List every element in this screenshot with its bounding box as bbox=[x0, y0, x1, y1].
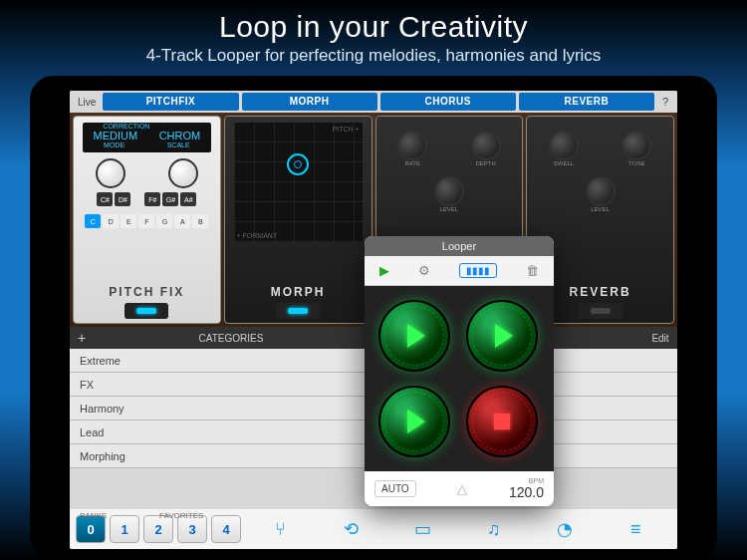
key-ds[interactable]: D# bbox=[115, 192, 130, 206]
marketing-subhead: 4-Track Looper for perfecting melodies, … bbox=[0, 46, 747, 66]
pedal-pitchfix: CORRECTION MEDIUMCHROM MODESCALE C# D# F… bbox=[73, 116, 221, 324]
mode-knob[interactable] bbox=[96, 158, 125, 188]
menu-icon[interactable]: ≡ bbox=[601, 519, 671, 540]
scale-knob[interactable] bbox=[168, 158, 198, 188]
loop-track-3[interactable] bbox=[378, 386, 450, 457]
play-icon bbox=[407, 324, 425, 348]
footswitch-morph[interactable] bbox=[276, 303, 320, 319]
lcd-mode: MEDIUM bbox=[94, 130, 138, 141]
categories-label: CATEGORIES bbox=[94, 333, 369, 344]
key-cs[interactable]: C# bbox=[97, 192, 113, 206]
reverb-tone-knob[interactable] bbox=[622, 131, 651, 160]
loop-icon[interactable]: ⟲ bbox=[316, 518, 386, 540]
edit-button[interactable]: Edit bbox=[643, 333, 677, 344]
pitchfix-lcd: CORRECTION MEDIUMCHROM MODESCALE bbox=[83, 123, 211, 152]
key-f[interactable]: F bbox=[138, 214, 154, 228]
favorites-label: FAVORITES bbox=[159, 511, 203, 520]
chorus-depth-knob[interactable] bbox=[471, 131, 501, 160]
record-icon bbox=[494, 414, 510, 429]
bottom-bar: BANKS FAVORITES 0 1 2 3 4 ⑂ ⟲ ▭ ♫ ◔ ≡ bbox=[70, 509, 677, 549]
chorus-rate-knob[interactable] bbox=[397, 131, 427, 160]
footswitch-reverb[interactable] bbox=[579, 303, 622, 319]
play-icon bbox=[407, 410, 425, 433]
footswitch-pitchfix[interactable] bbox=[124, 303, 168, 319]
app-screen: Live PITCHFIX MORPH CHORUS REVERB ? CORR… bbox=[70, 91, 677, 549]
auto-button[interactable]: AUTO bbox=[374, 480, 416, 497]
pedal-name-morph: MORPH bbox=[225, 285, 372, 299]
tape-icon[interactable]: ▭ bbox=[387, 518, 458, 540]
looper-title: Looper bbox=[365, 236, 554, 256]
live-label: Live bbox=[74, 97, 100, 108]
key-as[interactable]: A# bbox=[180, 192, 196, 206]
tab-morph[interactable]: MORPH bbox=[242, 93, 377, 111]
gauge-icon[interactable]: ◔ bbox=[529, 518, 600, 540]
key-fs[interactable]: F# bbox=[144, 192, 160, 206]
looper-play-icon[interactable]: ▶ bbox=[379, 263, 389, 278]
looper-trash-icon[interactable]: 🗑 bbox=[526, 263, 539, 278]
key-row-black: C# D# F# G# A# bbox=[74, 188, 220, 210]
metronome-icon[interactable]: △ bbox=[457, 481, 467, 496]
looper-bars-segment[interactable]: ▮▮▮▮ bbox=[459, 263, 497, 278]
music-icon[interactable]: ♫ bbox=[458, 519, 529, 540]
bpm-display[interactable]: BPM 120.0 bbox=[509, 477, 544, 500]
looper-sliders-icon[interactable]: ⚙ bbox=[418, 263, 430, 278]
key-row-white: C D E F G A B bbox=[74, 210, 220, 232]
lcd-scale: CHROM bbox=[159, 130, 201, 141]
key-e[interactable]: E bbox=[121, 214, 136, 228]
loop-track-2[interactable] bbox=[466, 300, 538, 372]
chorus-level-knob[interactable] bbox=[434, 176, 464, 206]
looper-footer: AUTO △ BPM 120.0 bbox=[365, 471, 554, 506]
tuner-icon[interactable]: ⑂ bbox=[245, 519, 316, 540]
key-d[interactable]: D bbox=[103, 214, 119, 228]
bank-1[interactable]: 1 bbox=[110, 515, 139, 543]
xy-cursor[interactable] bbox=[287, 153, 309, 175]
looper-toolbar: ▶ ⚙ ▮▮▮▮ 🗑 bbox=[365, 256, 554, 286]
add-category-button[interactable]: + bbox=[70, 330, 94, 346]
marketing-headline: Loop in your Creativity bbox=[0, 0, 747, 44]
bank-4[interactable]: 4 bbox=[211, 515, 241, 543]
tab-pitchfix[interactable]: PITCHFIX bbox=[103, 93, 238, 111]
top-bar: Live PITCHFIX MORPH CHORUS REVERB ? bbox=[70, 91, 677, 113]
loop-track-4-record[interactable] bbox=[466, 386, 538, 457]
looper-panel: Looper ▶ ⚙ ▮▮▮▮ 🗑 AUTO △ BPM 120.0 bbox=[365, 236, 554, 506]
bpm-value: 120.0 bbox=[509, 484, 544, 500]
lcd-label: CORRECTION bbox=[103, 123, 149, 130]
play-icon bbox=[495, 324, 513, 348]
key-c[interactable]: C bbox=[85, 214, 101, 228]
key-a[interactable]: A bbox=[174, 214, 190, 228]
banks-label: BANKS bbox=[80, 511, 107, 520]
pedal-name-pitchfix: PITCH FIX bbox=[74, 285, 220, 299]
pedal-morph: PITCH + + FORMANT MORPH bbox=[224, 116, 373, 324]
morph-xy-pad[interactable]: PITCH + + FORMANT bbox=[234, 123, 363, 242]
reverb-level-knob[interactable] bbox=[586, 176, 616, 206]
key-g[interactable]: G bbox=[156, 214, 172, 228]
key-b[interactable]: B bbox=[192, 214, 208, 228]
loop-grid bbox=[365, 286, 554, 471]
tab-chorus[interactable]: CHORUS bbox=[380, 93, 516, 111]
help-button[interactable]: ? bbox=[657, 96, 673, 108]
tab-reverb[interactable]: REVERB bbox=[519, 93, 654, 111]
key-gs[interactable]: G# bbox=[162, 192, 178, 206]
reverb-swell-knob[interactable] bbox=[549, 131, 579, 160]
loop-track-1[interactable] bbox=[378, 300, 450, 372]
ipad-frame: Live PITCHFIX MORPH CHORUS REVERB ? CORR… bbox=[30, 76, 717, 560]
bpm-label: BPM bbox=[509, 477, 544, 484]
